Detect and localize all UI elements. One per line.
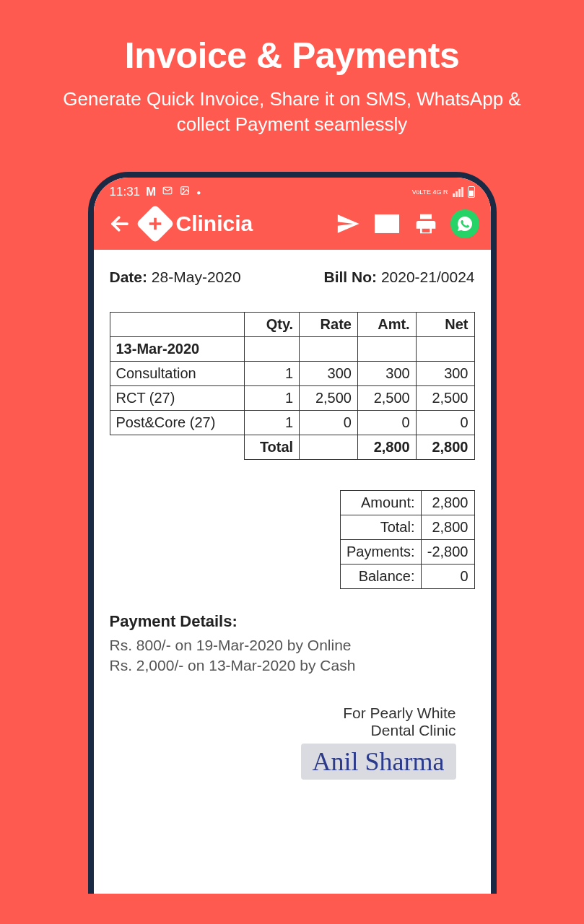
group-date-row: 13-Mar-2020 — [110, 337, 474, 362]
col-item — [110, 313, 244, 337]
bill-label: Bill No: — [324, 269, 378, 285]
invoice-bill-no: Bill No: 2020-21/0024 — [324, 269, 475, 286]
col-amt: Amt. — [357, 313, 416, 337]
app-bar: Clinicia — [94, 202, 491, 250]
summary-value: 2,800 — [421, 491, 474, 515]
summary-label: Balance: — [341, 565, 421, 589]
sign-for-line: For Pearly White — [110, 705, 456, 722]
summary-row: Payments: -2,800 — [341, 540, 474, 565]
payment-line: Rs. 2,000/- on 13-Mar-2020 by Cash — [110, 657, 475, 674]
item-net: 2,500 — [416, 386, 474, 411]
group-date: 13-Mar-2020 — [110, 337, 244, 362]
invoice-items-table: Qty. Rate Amt. Net 13-Mar-2020 Consultat… — [110, 312, 475, 460]
whatsapp-button[interactable] — [450, 209, 479, 238]
status-time: 11:31 — [110, 185, 141, 199]
summary-value: 2,800 — [421, 515, 474, 540]
summary-label: Total: — [341, 515, 421, 540]
col-qty: Qty. — [244, 313, 299, 337]
print-button[interactable] — [411, 209, 440, 238]
status-battery-icon — [468, 186, 475, 198]
item-amt: 300 — [357, 362, 416, 386]
item-amt: 0 — [357, 411, 416, 435]
marketing-header: Invoice & Payments Generate Quick Invoic… — [0, 0, 584, 154]
status-mail-icon — [162, 185, 173, 199]
back-button[interactable] — [105, 209, 134, 238]
summary-label: Amount: — [341, 491, 421, 515]
summary-table: Amount: 2,800 Total: 2,800 Payments: -2,… — [340, 490, 474, 589]
signature-block: For Pearly White Dental Clinic Anil Shar… — [110, 705, 475, 780]
summary-value: -2,800 — [421, 540, 474, 565]
item-rate: 2,500 — [300, 386, 358, 411]
marketing-subtitle: Generate Quick Invoice, Share it on SMS,… — [35, 87, 549, 137]
item-net: 0 — [416, 411, 474, 435]
item-amt: 2,500 — [357, 386, 416, 411]
summary-value: 0 — [421, 565, 474, 589]
total-label: Total — [244, 435, 299, 460]
status-signal-icon — [453, 187, 463, 197]
sign-for-line: Dental Clinic — [110, 722, 456, 739]
table-row: Consultation 1 300 300 300 — [110, 362, 474, 386]
item-qty: 1 — [244, 362, 299, 386]
status-m-icon: M — [146, 185, 156, 199]
total-net: 2,800 — [416, 435, 474, 460]
bill-value: 2020-21/0024 — [381, 269, 475, 285]
invoice-date: Date: 28-May-2020 — [110, 269, 241, 286]
phone-frame: 11:31 M ● VoLTE 4G R — [88, 172, 497, 894]
table-row: RCT (27) 1 2,500 2,500 2,500 — [110, 386, 474, 411]
item-qty: 1 — [244, 386, 299, 411]
item-name: Consultation — [110, 362, 244, 386]
send-button[interactable] — [334, 209, 362, 238]
payment-line: Rs. 800/- on 19-Mar-2020 by Online — [110, 637, 475, 654]
summary-label: Payments: — [341, 540, 421, 565]
email-button[interactable] — [372, 209, 401, 238]
date-label: Date: — [110, 269, 148, 285]
summary-row: Amount: 2,800 — [341, 491, 474, 515]
item-qty: 1 — [244, 411, 299, 435]
invoice-content: Date: 28-May-2020 Bill No: 2020-21/0024 … — [94, 250, 491, 798]
date-value: 28-May-2020 — [152, 269, 241, 285]
total-amt: 2,800 — [357, 435, 416, 460]
item-rate: 300 — [300, 362, 358, 386]
app-logo-icon — [136, 204, 175, 243]
table-row: Post&Core (27) 1 0 0 0 — [110, 411, 474, 435]
svg-point-2 — [183, 188, 184, 190]
status-network-label: VoLTE 4G R — [412, 189, 448, 196]
payment-details: Payment Details: Rs. 800/- on 19-Mar-202… — [110, 612, 475, 674]
marketing-title: Invoice & Payments — [35, 35, 549, 77]
status-dot-icon: ● — [196, 188, 201, 196]
summary-row: Balance: 0 — [341, 565, 474, 589]
item-net: 300 — [416, 362, 474, 386]
summary-row: Total: 2,800 — [341, 515, 474, 540]
status-bar: 11:31 M ● VoLTE 4G R — [94, 178, 491, 202]
item-name: RCT (27) — [110, 386, 244, 411]
total-row: Total 2,800 2,800 — [110, 435, 474, 460]
item-rate: 0 — [300, 411, 358, 435]
signature-image: Anil Sharma — [301, 744, 456, 780]
item-name: Post&Core (27) — [110, 411, 244, 435]
app-title: Clinicia — [176, 212, 253, 236]
col-net: Net — [416, 313, 474, 337]
payment-heading: Payment Details: — [110, 612, 475, 631]
status-image-icon — [179, 185, 191, 199]
col-rate: Rate — [300, 313, 358, 337]
